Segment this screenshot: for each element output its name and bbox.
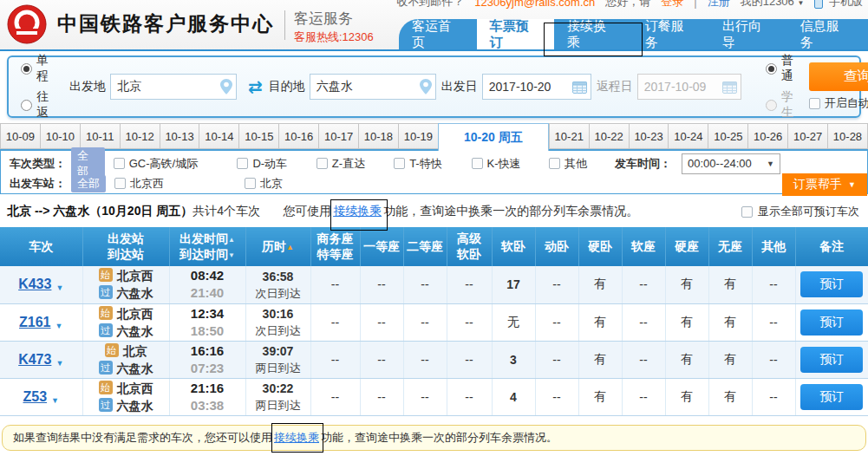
my-12306-menu[interactable]: 我的12306 ▼ — [741, 0, 805, 10]
date-tab[interactable]: 10-13 — [160, 123, 199, 149]
date-tab[interactable]: 10-16 — [278, 123, 318, 149]
filter-t-checkbox[interactable]: T-特快 — [394, 156, 471, 172]
date-tab[interactable]: 10-18 — [358, 123, 398, 149]
seat-cell: 有 — [665, 378, 708, 415]
date-tab[interactable]: 10-09 — [0, 123, 40, 149]
filter-other-label: 其他 — [565, 156, 587, 172]
filter-k-checkbox[interactable]: K-快速 — [472, 156, 549, 172]
col-times-sort[interactable]: 出发时间▲ 到达时间▼ — [169, 227, 245, 266]
seat-cell: -- — [360, 303, 403, 341]
nav-tab-meal-service[interactable]: 订餐服务 — [632, 19, 710, 49]
nav-tab-info-service[interactable]: 信息服务 — [787, 19, 865, 49]
filter-d-checkbox[interactable]: D-动车 — [237, 156, 316, 172]
expand-caret-icon[interactable]: ▼ — [51, 396, 59, 405]
date-tab[interactable]: 10-27 — [787, 123, 827, 149]
nav-tab-home[interactable]: 客运首页 — [399, 19, 477, 49]
expand-caret-icon[interactable]: ▼ — [55, 322, 63, 330]
login-link[interactable]: 登录 — [661, 0, 683, 10]
date-tab[interactable]: 10-17 — [318, 123, 358, 149]
expand-caret-icon[interactable]: ▼ — [55, 283, 63, 292]
depart-station-all-badge[interactable]: 全部 — [71, 175, 106, 192]
book-button[interactable]: 预订 — [800, 347, 863, 373]
col-adv-soft-sleeper: 高级软卧 — [447, 227, 492, 266]
col-stations: 出发站到达站 — [82, 227, 169, 266]
return-date-input[interactable]: 2017-10-09 — [637, 74, 741, 100]
book-button[interactable]: 预订 — [800, 271, 863, 297]
col-soft-sleeper: 软卧 — [492, 227, 535, 266]
depart-date-input[interactable]: 2017-10-20 — [482, 74, 591, 100]
date-tab[interactable]: 10-24 — [668, 123, 708, 149]
show-all-bookable-toggle[interactable]: 显示全部可预订车次 — [741, 204, 859, 219]
train-link[interactable]: K473 — [18, 352, 51, 367]
seat-cell: -- — [622, 303, 665, 341]
station-beijingxi-checkbox[interactable]: 北京西 — [114, 176, 245, 192]
checkbox-icon — [114, 178, 126, 189]
date-tab[interactable]: 10-21 — [549, 123, 589, 149]
book-button[interactable]: 预订 — [800, 384, 863, 410]
train-results-table: 车次 出发站到达站 出发时间▲ 到达时间▼ 历时▲ 商务座特等座 一等座 二等座… — [0, 227, 868, 416]
one-way-radio[interactable]: 单程 — [21, 53, 49, 84]
date-tab[interactable]: 10-26 — [747, 123, 787, 149]
query-button[interactable]: 查询 — [809, 62, 868, 91]
date-tab[interactable]: 10-22 — [589, 123, 629, 149]
nav-tab-transfer[interactable]: 接续换乘 — [554, 19, 632, 49]
train-type-filter-row: 车次类型： 全部 GC-高铁/城际 D-动车 Z-直达 T-特快 K-快速 其他… — [10, 153, 858, 173]
date-tab[interactable]: 10-12 — [120, 123, 160, 149]
checkbox-icon — [317, 158, 328, 169]
transfer-link[interactable]: 接续换乘 — [333, 204, 382, 219]
hint-prefix: 如果查询结果中没有满足需求的车次，您还可以使用 — [13, 430, 272, 446]
greeting-text: 您好，请 — [605, 0, 650, 10]
seat-cell: -- — [403, 341, 447, 378]
date-tab[interactable]: 10-28 — [827, 123, 868, 149]
location-pin-icon — [220, 79, 232, 94]
train-link[interactable]: Z161 — [19, 315, 50, 329]
date-tab-active[interactable]: 10-20 周五 — [438, 123, 549, 151]
date-tab[interactable]: 10-25 — [708, 123, 747, 149]
seat-cell: 有 — [708, 303, 752, 341]
origin-badge: 始 — [99, 381, 113, 394]
mobile-version-link[interactable]: 手机版 — [814, 0, 863, 10]
col-duration-sort[interactable]: 历时▲ — [245, 227, 310, 266]
filter-gc-checkbox[interactable]: GC-高铁/城际 — [114, 156, 238, 172]
col-second-class: 二等座 — [403, 227, 447, 266]
transfer-link[interactable]: 接续换乘 — [274, 430, 319, 446]
train-link[interactable]: Z53 — [23, 389, 48, 404]
student-passenger-radio[interactable]: 学生 — [766, 89, 793, 121]
pass-badge: 过 — [99, 398, 113, 412]
date-tab[interactable]: 10-19 — [398, 123, 438, 149]
register-link[interactable]: 注册 — [708, 0, 730, 10]
duration: 30:16 — [246, 305, 310, 322]
filter-z-checkbox[interactable]: Z-直达 — [317, 156, 394, 172]
station-beijing-checkbox[interactable]: 北京 — [245, 176, 328, 192]
show-all-bookable-label: 显示全部可预订车次 — [758, 204, 859, 219]
filter-other-checkbox[interactable]: 其他 — [549, 156, 615, 172]
feedback-email-link[interactable]: 12306yjm@rails.com.cn — [474, 0, 595, 9]
radio-disabled-icon — [766, 100, 777, 111]
date-tab[interactable]: 10-11 — [80, 123, 120, 149]
nav-tab-ticket-booking[interactable]: 车票预订 — [477, 19, 555, 49]
seat-cell: -- — [360, 378, 403, 415]
train-link[interactable]: K433 — [18, 277, 51, 291]
date-tab[interactable]: 10-14 — [199, 123, 238, 149]
expand-caret-icon[interactable]: ▼ — [55, 359, 63, 368]
book-button[interactable]: 预订 — [800, 309, 863, 335]
nav-tab-travel-guide[interactable]: 出行向导 — [709, 19, 787, 49]
mail-tip-text: 收不到邮件？ — [396, 0, 464, 10]
depart-time-select[interactable]: 00:00--24:00 ▼ — [682, 153, 780, 174]
sort-desc-icon: ▼ — [228, 251, 235, 259]
col-remark: 备注 — [795, 227, 868, 266]
from-input[interactable]: 北京 — [110, 74, 237, 100]
to-station: 六盘水 — [117, 286, 153, 300]
booking-helper-button[interactable]: 订票帮手 ▼ — [782, 173, 867, 196]
to-input[interactable]: 六盘水 — [310, 74, 436, 100]
date-tab[interactable]: 10-15 — [238, 123, 278, 149]
date-tab[interactable]: 10-23 — [629, 123, 669, 149]
swap-stations-icon[interactable]: ⇄ — [248, 78, 263, 95]
date-tab[interactable]: 10-10 — [40, 123, 80, 149]
round-trip-radio[interactable]: 往返 — [21, 89, 49, 121]
col-soft-seat: 软座 — [622, 227, 665, 266]
normal-passenger-radio[interactable]: 普通 — [766, 53, 793, 84]
auto-query-toggle[interactable]: 开启自动查询 — [809, 95, 868, 111]
checkbox-icon — [472, 158, 483, 169]
table-row: Z53▼ 始北京西 过六盘水 21:1603:38 30:22两日到达 -- -… — [0, 378, 868, 415]
